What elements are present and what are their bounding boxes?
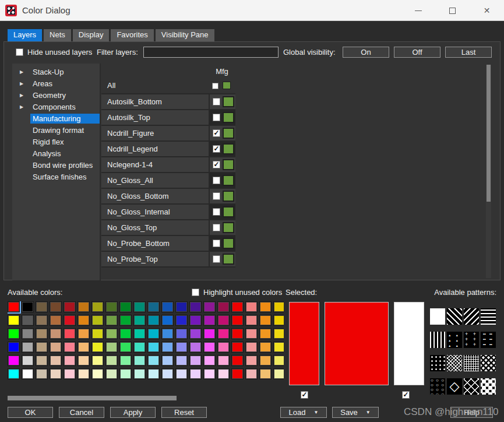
save-button[interactable]: Save ▼	[332, 407, 379, 418]
palette-color[interactable]	[133, 301, 146, 312]
palette-color[interactable]	[22, 328, 34, 339]
palette-color[interactable]	[147, 301, 160, 312]
layer-color-swatch[interactable]	[223, 254, 234, 265]
apply-button[interactable]: Apply	[110, 407, 156, 418]
expand-arrow-icon[interactable]: ▶	[20, 104, 30, 110]
palette-color[interactable]	[147, 328, 160, 339]
palette-color[interactable]	[8, 301, 20, 312]
layer-visibility-checkbox[interactable]	[213, 145, 220, 153]
filter-layers-input[interactable]	[143, 47, 279, 58]
palette-color[interactable]	[8, 368, 20, 379]
palette-color[interactable]	[189, 342, 202, 353]
palette-color[interactable]	[273, 342, 284, 353]
palette-color[interactable]	[245, 368, 258, 379]
layer-visibility-checkbox[interactable]	[213, 208, 220, 216]
palette-color[interactable]	[105, 355, 118, 366]
selected-pattern-checkbox[interactable]	[402, 391, 410, 399]
palette-color[interactable]	[273, 368, 284, 379]
selected-color-checkbox[interactable]	[301, 391, 308, 399]
pattern-swatch-polka-dots[interactable]	[481, 378, 496, 395]
palette-color[interactable]	[36, 355, 48, 366]
reset-button[interactable]: Reset	[161, 407, 207, 418]
palette-color[interactable]	[119, 315, 132, 326]
maximize-button[interactable]	[435, 0, 470, 21]
palette-color[interactable]	[231, 301, 244, 312]
tree-item-analysis[interactable]: Analysis	[12, 147, 100, 159]
palette-color[interactable]	[175, 368, 188, 379]
highlight-unused-colors-checkbox[interactable]	[192, 289, 199, 296]
global-visibility-off-button[interactable]: Off	[394, 47, 440, 58]
layer-color-swatch[interactable]	[223, 191, 234, 202]
palette-color[interactable]	[105, 301, 118, 312]
palette-color[interactable]	[203, 342, 216, 353]
palette-color[interactable]	[50, 315, 62, 326]
pattern-swatch-dash-grid[interactable]: ╍ ╍ ╍ ╍ ╍ ╍ ╍ ╍ ╍ ╍	[481, 332, 496, 348]
tab-visibility-pane[interactable]: Visibility Pane	[156, 29, 214, 41]
palette-color[interactable]	[259, 315, 272, 326]
palette-color[interactable]	[133, 342, 146, 353]
palette-color[interactable]	[259, 328, 272, 339]
layer-visibility-checkbox[interactable]	[213, 114, 220, 121]
palette-color[interactable]	[50, 301, 62, 312]
layer-visibility-checkbox[interactable]	[213, 255, 220, 263]
palette-color[interactable]	[259, 301, 272, 312]
tree-item-manufacturing[interactable]: Manufacturing	[12, 112, 100, 124]
palette-color[interactable]	[175, 355, 188, 366]
palette-color[interactable]	[64, 342, 76, 353]
palette-color[interactable]	[189, 328, 202, 339]
palette-color[interactable]	[203, 301, 216, 312]
layer-color-swatch[interactable]	[223, 222, 234, 233]
palette-color[interactable]	[217, 301, 230, 312]
palette-horizontal-scrollbar-thumb[interactable]	[8, 396, 177, 400]
palette-color[interactable]	[175, 342, 188, 353]
layer-color-swatch[interactable]	[223, 96, 234, 107]
palette-color[interactable]	[161, 355, 174, 366]
palette-color[interactable]	[175, 328, 188, 339]
tree-item-rigid-flex[interactable]: Rigid flex	[12, 136, 100, 147]
palette-color[interactable]	[77, 355, 90, 366]
palette-color[interactable]	[245, 315, 258, 326]
palette-color[interactable]	[231, 315, 244, 326]
global-visibility-last-button[interactable]: Last	[445, 47, 492, 58]
palette-color[interactable]	[217, 368, 230, 379]
pattern-swatch-diagonal-back[interactable]	[447, 308, 462, 325]
palette-color[interactable]	[119, 355, 132, 366]
tree-item-areas[interactable]: ▶Areas	[12, 78, 100, 89]
palette-color[interactable]	[36, 368, 48, 379]
close-button[interactable]: ✕	[470, 0, 504, 21]
global-visibility-on-button[interactable]: On	[343, 47, 389, 58]
palette-color[interactable]	[91, 342, 104, 353]
palette-color[interactable]	[189, 355, 202, 366]
palette-color[interactable]	[91, 301, 104, 312]
palette-horizontal-scrollbar[interactable]	[8, 396, 284, 400]
palette-color[interactable]	[189, 368, 202, 379]
layer-visibility-checkbox[interactable]	[213, 192, 220, 200]
palette-color[interactable]	[245, 355, 258, 366]
expand-arrow-icon[interactable]: ▶	[20, 81, 30, 86]
layer-visibility-checkbox[interactable]	[213, 129, 220, 137]
palette-color[interactable]	[77, 315, 90, 326]
palette-color[interactable]	[119, 301, 132, 312]
palette-color[interactable]	[203, 328, 216, 339]
palette-color[interactable]	[8, 355, 20, 366]
pattern-swatch-plus-grid[interactable]: + + + + + + + + + + + + + + +	[464, 332, 479, 348]
palette-color[interactable]	[161, 301, 174, 312]
palette-color[interactable]	[50, 342, 62, 353]
palette-color[interactable]	[133, 355, 146, 366]
pattern-swatch-diamond-dots[interactable]	[481, 355, 496, 371]
palette-color[interactable]	[273, 315, 284, 326]
all-color-swatch[interactable]	[223, 82, 231, 89]
layer-color-swatch[interactable]	[223, 206, 234, 217]
palette-color[interactable]	[105, 328, 118, 339]
layer-color-swatch[interactable]	[223, 112, 234, 123]
palette-color[interactable]	[105, 342, 118, 353]
hide-unused-layers-checkbox[interactable]	[16, 48, 23, 56]
layer-visibility-checkbox[interactable]	[213, 161, 220, 168]
palette-color[interactable]	[161, 368, 174, 379]
tree-item-bond-wire-profiles[interactable]: Bond wire profiles	[12, 159, 100, 171]
tab-display[interactable]: Display	[73, 29, 110, 41]
selected-color-swatch[interactable]	[289, 302, 319, 385]
palette-color[interactable]	[22, 368, 34, 379]
palette-color[interactable]	[105, 315, 118, 326]
palette-color[interactable]	[133, 368, 146, 379]
